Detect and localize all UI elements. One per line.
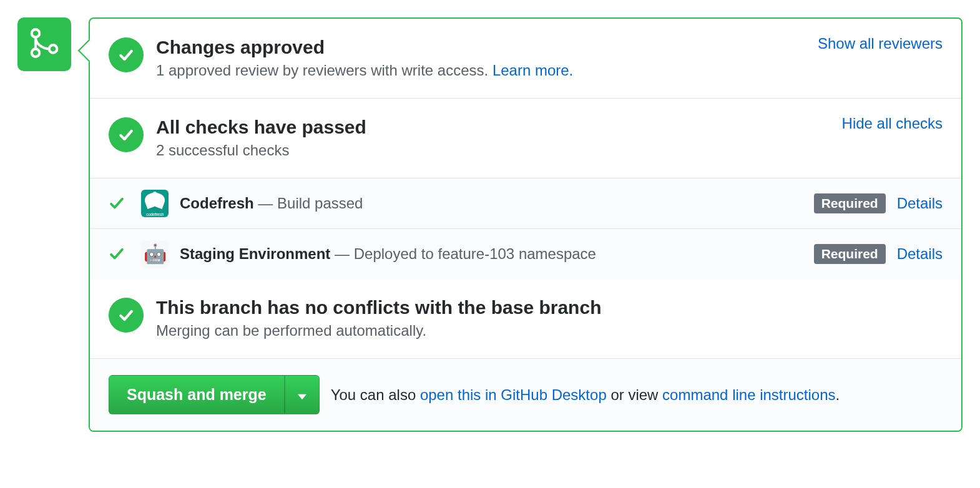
checks-subtitle: 2 successful checks xyxy=(156,142,943,159)
checks-title: All checks have passed xyxy=(156,115,943,139)
robot-avatar-icon: 🤖 xyxy=(141,240,169,268)
approved-section: Changes approved 1 approved review by re… xyxy=(90,19,961,98)
learn-more-link[interactable]: Learn more. xyxy=(492,62,573,79)
conflicts-section: This branch has no conflicts with the ba… xyxy=(90,279,961,358)
merge-footer: Squash and merge You can also open this … xyxy=(90,358,961,431)
check-details-link[interactable]: Details xyxy=(897,195,943,212)
status-success-icon xyxy=(109,37,144,72)
check-row: 🤖 Staging Environment — Deployed to feat… xyxy=(90,228,961,279)
check-status: Deployed to feature-103 namespace xyxy=(354,245,596,262)
checks-list: Codefresh — Build passed Required Detail… xyxy=(90,178,961,279)
svg-point-2 xyxy=(49,45,57,53)
check-name: Codefresh xyxy=(180,195,254,212)
merge-dropdown-button[interactable] xyxy=(285,375,320,414)
check-details-link[interactable]: Details xyxy=(897,245,943,263)
show-all-reviewers-link[interactable]: Show all reviewers xyxy=(818,35,943,52)
checks-section: All checks have passed 2 successful chec… xyxy=(90,98,961,178)
svg-point-0 xyxy=(32,29,40,37)
svg-point-1 xyxy=(32,49,40,57)
codefresh-avatar-icon xyxy=(141,190,169,217)
conflicts-title: This branch has no conflicts with the ba… xyxy=(156,295,943,320)
merge-panel: Changes approved 1 approved review by re… xyxy=(89,17,963,432)
merge-button-group: Squash and merge xyxy=(109,375,320,414)
required-badge: Required xyxy=(814,244,886,264)
chevron-down-icon xyxy=(298,386,306,403)
check-success-icon xyxy=(109,246,127,262)
status-success-icon xyxy=(109,298,144,333)
required-badge: Required xyxy=(814,193,886,213)
check-status: Build passed xyxy=(277,195,363,212)
git-merge-icon xyxy=(29,26,60,62)
conflicts-subtitle: Merging can be performed automatically. xyxy=(156,322,943,339)
command-line-instructions-link[interactable]: command line instructions xyxy=(662,386,835,403)
open-github-desktop-link[interactable]: open this in GitHub Desktop xyxy=(420,386,607,403)
hide-all-checks-link[interactable]: Hide all checks xyxy=(842,115,943,132)
status-success-icon xyxy=(109,117,144,152)
merge-badge xyxy=(17,17,71,71)
approved-subtitle: 1 approved review by reviewers with writ… xyxy=(156,62,943,79)
footer-text: You can also open this in GitHub Desktop… xyxy=(331,386,840,404)
check-name: Staging Environment xyxy=(180,245,330,262)
squash-and-merge-button[interactable]: Squash and merge xyxy=(109,375,285,414)
check-row: Codefresh — Build passed Required Detail… xyxy=(90,178,961,228)
check-success-icon xyxy=(109,195,127,212)
